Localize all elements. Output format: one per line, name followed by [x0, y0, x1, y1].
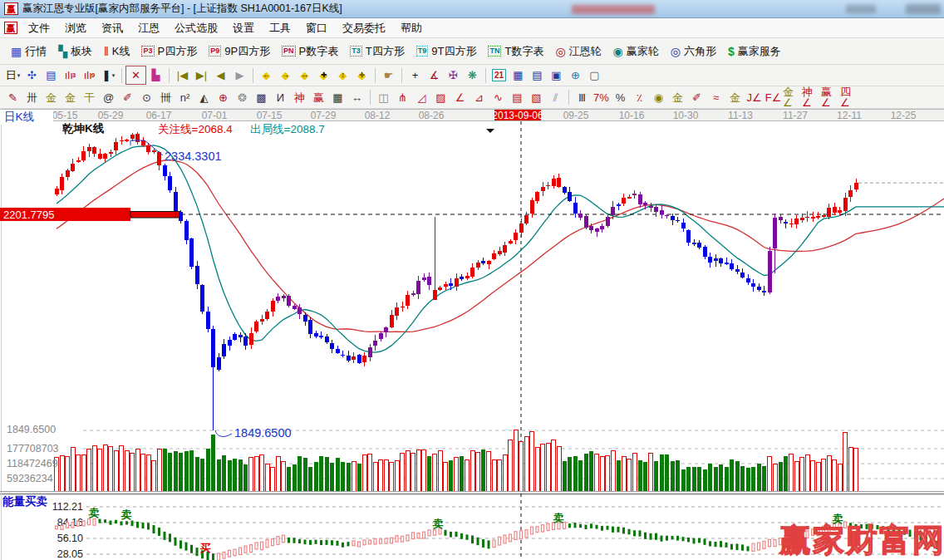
draw-gold-line-icon[interactable]: 金 [668, 89, 687, 106]
bars-3-icon[interactable]: ılı3 [61, 66, 80, 84]
draw-protractor-icon[interactable]: ◭ [194, 89, 214, 106]
zoom-all-button[interactable]: ◆✛ [352, 66, 371, 84]
menu-help[interactable]: 帮助 [393, 18, 430, 38]
toolbar-hexagon[interactable]: ◎六角形 [665, 42, 722, 61]
draw-grid123-icon[interactable]: ▦ [328, 89, 347, 106]
calculator-icon[interactable]: ▦ [509, 66, 528, 84]
toolbar-gann-wheel[interactable]: ◎江恩轮 [549, 42, 607, 61]
draw-fan-box-icon[interactable]: ◿ [412, 89, 431, 106]
candlestick-series[interactable] [55, 132, 858, 430]
draw-angle1-icon[interactable]: ∠ [450, 89, 470, 106]
bars-9-icon[interactable]: ılı9 [80, 66, 99, 84]
menu-settings[interactable]: 设置 [225, 18, 262, 38]
draw-grid-red2-icon[interactable]: ▧ [527, 89, 546, 106]
menu-formula-stockpick[interactable]: 公式选股 [167, 18, 225, 38]
candle-body [146, 145, 150, 152]
period-day-button[interactable]: 日▾ [3, 66, 22, 84]
draw-gold-circle-icon[interactable]: ◉ [649, 89, 668, 106]
step-back-button[interactable]: ◀ [211, 66, 230, 84]
draw-gold-angle-icon[interactable]: 金∠ [783, 89, 802, 106]
toolbar-9p-square[interactable]: P99P四方形 [203, 42, 276, 61]
draw-wave-icon[interactable]: ≈ [706, 89, 725, 106]
toolbar-winner-wheel[interactable]: ◉赢家轮 [607, 42, 665, 61]
chip-distribution-icon[interactable]: ✣ [22, 66, 42, 84]
draw-pct-lines-icon[interactable]: ٪ [630, 89, 649, 106]
draw-grid-web-icon[interactable]: ▩ [252, 89, 271, 106]
draw-cycle-icon[interactable]: ⊙ [137, 89, 156, 106]
purple-tool-icon[interactable]: ✠ [444, 66, 463, 84]
crosshair-tool-icon[interactable]: + [406, 66, 425, 84]
menu-browse[interactable]: 浏览 [57, 18, 94, 38]
draw-gold-line2-icon[interactable]: 金 [725, 89, 745, 106]
zoom-in-button[interactable]: ◆✚ [314, 66, 333, 84]
draw-gold-comb-icon[interactable]: 金 [42, 89, 61, 106]
angle-tool-icon[interactable]: ∡ [425, 66, 444, 84]
zoom-h-button[interactable]: ◆↔ [295, 66, 314, 84]
menu-window[interactable]: 窗口 [298, 18, 335, 38]
draw-pen-icon[interactable]: ✎ [3, 89, 22, 106]
draw-pen-bars-icon[interactable]: ✐ [687, 89, 706, 106]
step-forward-button[interactable]: ▶ [230, 66, 249, 84]
menu-news[interactable]: 资讯 [94, 18, 130, 38]
draw-f-angle-icon[interactable]: F∠ [764, 89, 783, 106]
draw-fan-icon[interactable]: ⋔ [393, 89, 412, 106]
color-histogram-icon[interactable]: ▙ [146, 66, 165, 84]
pattern-tool-icon[interactable]: ❋ [463, 66, 482, 84]
draw-circle-cross-icon[interactable]: ⊕ [214, 89, 233, 106]
draw-j-angle-icon[interactable]: J∠ [745, 89, 764, 106]
draw-shen-angle-icon[interactable]: 神∠ [802, 89, 821, 106]
toolbar-sectors[interactable]: ▚板块 [52, 42, 98, 61]
candle-style-button[interactable]: ❚▾ [99, 66, 118, 84]
draw-m-icon[interactable]: И [271, 89, 290, 106]
menu-gann[interactable]: 江恩 [130, 18, 167, 38]
notes-icon[interactable]: ▤ [528, 66, 547, 84]
pan-right-button[interactable]: ◆→ [276, 66, 295, 84]
draw-angle2-icon[interactable]: ⊿ [470, 89, 489, 106]
draw-tframe-icon[interactable]: ◫ [374, 89, 393, 106]
clipboard-icon[interactable]: ▤ [42, 66, 61, 84]
draw-spiral-icon[interactable]: @ [99, 89, 118, 106]
calendar-icon[interactable]: 21 [489, 66, 509, 84]
toolbar-t-square[interactable]: T3T四方形 [344, 42, 410, 61]
chip-x-icon[interactable]: ✕ [125, 66, 146, 85]
draw-bars-icon[interactable]: Ⅲ [573, 89, 592, 106]
toolbar-kline[interactable]: ‖K线 [98, 42, 135, 61]
toolbar-t-table[interactable]: TNT数字表 [482, 42, 549, 61]
toolbar-p-table[interactable]: PNP数字表 [276, 42, 344, 61]
draw-si-angle-icon[interactable]: 四∠ [840, 89, 859, 106]
draw-f-comb-icon[interactable]: 干 [80, 89, 99, 106]
toolbar-quotes[interactable]: ▦行情 [5, 42, 52, 61]
draw-span-icon[interactable]: ↔ [347, 89, 366, 106]
remote-pc-icon[interactable]: ▢ [585, 66, 604, 84]
blurred-window-buttons[interactable] [906, 4, 941, 14]
draw-lines-icon[interactable]: 卅 [22, 89, 42, 106]
toolbar-p-square[interactable]: P3P四方形 [135, 42, 203, 61]
draw-wave-v-icon[interactable]: ∿ [489, 89, 508, 106]
goto-last-button[interactable]: ▶| [192, 66, 211, 84]
kline-chart[interactable]: 05-1505-2906-1707-0107-1507-2908-1208-26… [0, 109, 944, 560]
toolbar-winner-service[interactable]: $赢家服务 [722, 42, 787, 61]
draw-grid-red-icon[interactable]: ▤ [508, 89, 527, 106]
draw-n2-icon[interactable]: n² [175, 89, 194, 106]
web-icon[interactable]: ⊕ [566, 66, 585, 84]
draw-hatch-icon[interactable]: ⫽ [546, 89, 565, 106]
zoom-v-button[interactable]: ◆↕ [333, 66, 352, 84]
menu-tools[interactable]: 工具 [262, 18, 298, 38]
draw-ying-angle-icon[interactable]: 赢∠ [821, 89, 840, 106]
goto-first-button[interactable]: |◀ [173, 66, 192, 84]
draw-ying-icon[interactable]: 赢 [309, 89, 328, 106]
draw-gold-comb2-icon[interactable]: 金 [61, 89, 80, 106]
draw-lines2-icon[interactable]: 卌 [156, 89, 175, 106]
draw-shen-icon[interactable]: 神 [290, 89, 309, 106]
toolbar-9t-square[interactable]: T99T四方形 [411, 42, 483, 61]
hand-tool-icon[interactable]: ☛ [379, 66, 398, 84]
draw-pen2-icon[interactable]: ✐ [118, 89, 137, 106]
menu-trade[interactable]: 交易委托 [335, 18, 393, 38]
draw-pct-icon[interactable]: % [611, 89, 630, 106]
draw-star-web-icon[interactable]: ❂ [233, 89, 252, 106]
save-icon[interactable]: ▣ [547, 66, 566, 84]
draw-box-lines-icon[interactable]: ▨ [431, 89, 450, 106]
menu-file[interactable]: 文件 [21, 18, 57, 38]
pan-left-button[interactable]: ◆← [257, 66, 276, 84]
draw-7pct-icon[interactable]: 7% [592, 89, 611, 106]
